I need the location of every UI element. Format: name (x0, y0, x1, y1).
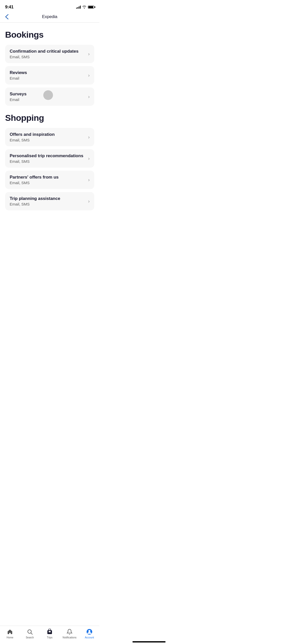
partners-offers-content: Partners' offers from us Email, SMS (10, 175, 86, 185)
chevron-right-icon: › (88, 156, 90, 161)
confirmation-updates-item[interactable]: Confirmation and critical updates Email,… (5, 45, 94, 63)
trip-planning-content: Trip planning assistance Email, SMS (10, 196, 86, 206)
status-icons (76, 6, 94, 9)
page-title: Expedia (42, 14, 57, 19)
chevron-right-icon: › (88, 73, 90, 78)
offers-inspiration-subtitle: Email, SMS (10, 138, 86, 142)
reviews-subtitle: Email (10, 76, 86, 80)
chevron-right-icon: › (88, 51, 90, 57)
reviews-item[interactable]: Reviews Email › (5, 66, 94, 84)
chevron-right-icon: › (88, 94, 90, 99)
battery-icon (88, 6, 94, 9)
signal-icon (76, 6, 81, 9)
main-content: Bookings Confirmation and critical updat… (0, 23, 99, 239)
partners-offers-subtitle: Email, SMS (10, 181, 86, 185)
shopping-section-title: Shopping (5, 113, 94, 123)
surveys-subtitle: Email (10, 97, 86, 102)
trip-planning-title: Trip planning assistance (10, 196, 86, 201)
partners-offers-title: Partners' offers from us (10, 175, 86, 180)
surveys-title: Surveys (10, 92, 86, 97)
confirmation-updates-subtitle: Email, SMS (10, 55, 86, 59)
bookings-section-title: Bookings (5, 30, 94, 40)
personalised-recommendations-title: Personalised trip recommendations (10, 153, 86, 158)
personalised-recommendations-subtitle: Email, SMS (10, 159, 86, 164)
status-time: 9:41 (5, 5, 13, 10)
trip-planning-subtitle: Email, SMS (10, 202, 86, 206)
chevron-right-icon: › (88, 177, 90, 183)
offers-inspiration-item[interactable]: Offers and inspiration Email, SMS › (5, 128, 94, 146)
back-button[interactable] (5, 14, 9, 20)
chevron-right-icon: › (88, 199, 90, 204)
trip-planning-item[interactable]: Trip planning assistance Email, SMS › (5, 192, 94, 210)
partners-offers-item[interactable]: Partners' offers from us Email, SMS › (5, 171, 94, 189)
wifi-icon (82, 6, 86, 9)
status-bar: 9:41 (0, 0, 99, 12)
confirmation-updates-content: Confirmation and critical updates Email,… (10, 49, 86, 59)
reviews-title: Reviews (10, 70, 86, 75)
offers-inspiration-title: Offers and inspiration (10, 132, 86, 137)
personalised-recommendations-content: Personalised trip recommendations Email,… (10, 153, 86, 164)
surveys-item[interactable]: Surveys Email › (5, 87, 94, 106)
nav-bar: Expedia (0, 12, 99, 23)
surveys-content: Surveys Email (10, 92, 86, 102)
confirmation-updates-title: Confirmation and critical updates (10, 49, 86, 54)
offers-inspiration-content: Offers and inspiration Email, SMS (10, 132, 86, 142)
chevron-right-icon: › (88, 135, 90, 140)
personalised-recommendations-item[interactable]: Personalised trip recommendations Email,… (5, 149, 94, 168)
reviews-content: Reviews Email (10, 70, 86, 80)
